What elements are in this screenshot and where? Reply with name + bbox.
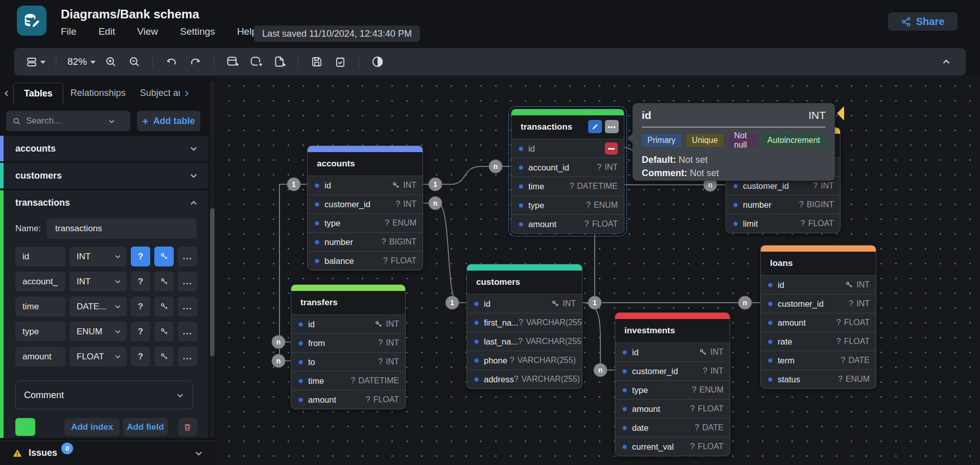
- todo-button[interactable]: [332, 52, 348, 71]
- chevron-up-icon[interactable]: [189, 199, 198, 208]
- table-node-investments[interactable]: investments idINT customer_id?INT type?E…: [615, 312, 730, 456]
- field-more-button[interactable]: ...: [178, 297, 197, 316]
- theme-toggle-button[interactable]: [369, 52, 386, 71]
- table-field-row[interactable]: amount?FLOAT: [291, 390, 405, 409]
- table-field-row[interactable]: customer_id?INT: [615, 361, 730, 380]
- undo-button[interactable]: [164, 52, 180, 71]
- diagram-canvas[interactable]: 1 1 n n 1 n n 1 n n n accounts idINT cus…: [216, 76, 980, 465]
- table-field-row[interactable]: id: [511, 139, 624, 158]
- table-field-row[interactable]: idINT: [308, 176, 423, 194]
- table-field-row[interactable]: phone?VARCHAR(255): [467, 351, 582, 370]
- add-note-button[interactable]: [271, 52, 288, 71]
- table-field-row[interactable]: idINT: [291, 314, 405, 333]
- nullable-toggle[interactable]: ?: [131, 347, 150, 366]
- table-field-row[interactable]: number?BIGINT: [726, 195, 840, 214]
- add-field-button[interactable]: Add field: [123, 418, 167, 436]
- zoom-in-button[interactable]: [103, 52, 119, 71]
- menu-edit[interactable]: Edit: [99, 26, 115, 37]
- table-field-row[interactable]: date?DATE: [615, 418, 730, 437]
- nullable-toggle[interactable]: ?: [131, 297, 150, 316]
- table-field-row[interactable]: from?INT: [291, 333, 405, 352]
- field-name-input[interactable]: type: [15, 322, 65, 341]
- table-node-accounts[interactable]: accounts idINT customer_id?INT type?ENUM…: [307, 145, 423, 271]
- menu-file[interactable]: File: [61, 26, 77, 37]
- table-field-row[interactable]: number?BIGINT: [308, 232, 423, 251]
- primary-key-toggle[interactable]: [154, 297, 174, 316]
- sidebar-item-accounts[interactable]: accounts: [0, 136, 208, 161]
- field-more-button[interactable]: ...: [178, 347, 197, 366]
- add-area-button[interactable]: [248, 52, 264, 71]
- delete-field-button[interactable]: [605, 142, 618, 155]
- table-node-loans[interactable]: loans idINT customer_id?INT amount?FLOAT…: [760, 245, 876, 389]
- edit-table-button[interactable]: [588, 120, 602, 133]
- table-more-button[interactable]: •••: [605, 120, 619, 133]
- zoom-level-button[interactable]: 82%: [66, 52, 96, 71]
- table-node-transactions[interactable]: transactions ••• id account_id?INT time?…: [511, 109, 624, 234]
- table-field-row[interactable]: type?ENUM: [615, 380, 730, 399]
- table-field-row[interactable]: customer_id?INT: [761, 294, 876, 313]
- table-field-row[interactable]: address?VARCHAR(255): [467, 370, 582, 388]
- layout-menu-button[interactable]: [26, 52, 45, 71]
- table-name-input[interactable]: [47, 218, 197, 239]
- table-field-row[interactable]: amount?FLOAT: [761, 313, 876, 332]
- sidebar-scrollbar[interactable]: [210, 81, 215, 438]
- primary-key-toggle[interactable]: [154, 272, 174, 291]
- field-more-button[interactable]: ...: [178, 322, 197, 341]
- primary-key-toggle[interactable]: [154, 247, 174, 266]
- share-button[interactable]: Share: [888, 12, 958, 31]
- table-field-row[interactable]: balance?FLOAT: [308, 251, 423, 270]
- comment-section[interactable]: Comment: [15, 381, 193, 409]
- nullable-toggle[interactable]: ?: [131, 247, 150, 266]
- table-field-row[interactable]: idINT: [467, 294, 582, 313]
- tabs-scroll-left-button[interactable]: [0, 89, 13, 97]
- table-field-row[interactable]: account_id?INT: [511, 158, 624, 177]
- tab-subject-areas[interactable]: Subject ar: [133, 83, 180, 104]
- table-field-row[interactable]: first_na...?VARCHAR(255): [467, 313, 582, 332]
- nullable-toggle[interactable]: ?: [131, 322, 150, 341]
- table-color-swatch[interactable]: [15, 418, 35, 436]
- table-field-row[interactable]: term?DATE: [761, 351, 876, 370]
- redo-button[interactable]: [187, 52, 203, 71]
- table-search[interactable]: [6, 111, 130, 131]
- field-more-button[interactable]: ...: [178, 272, 197, 291]
- table-node-customers[interactable]: customers idINT first_na...?VARCHAR(255)…: [466, 264, 582, 389]
- table-field-row[interactable]: current_val?FLOAT: [615, 437, 730, 456]
- table-field-row[interactable]: amount?FLOAT: [511, 214, 624, 233]
- table-field-row[interactable]: amount?FLOAT: [615, 399, 730, 418]
- primary-key-toggle[interactable]: [154, 322, 174, 341]
- table-field-row[interactable]: limit?FLOAT: [726, 214, 840, 233]
- zoom-out-button[interactable]: [126, 52, 143, 71]
- field-type-select[interactable]: DATE...: [69, 297, 127, 316]
- field-more-button[interactable]: ...: [178, 247, 197, 266]
- field-type-select[interactable]: INT: [69, 272, 127, 291]
- issues-bar[interactable]: Issues 0: [0, 440, 216, 465]
- table-field-row[interactable]: time?DATETIME: [511, 177, 624, 195]
- save-button[interactable]: [309, 52, 325, 71]
- add-table-sidebar-button[interactable]: + Add table: [137, 111, 200, 131]
- field-name-input[interactable]: amount: [15, 347, 65, 366]
- table-field-row[interactable]: to?INT: [291, 352, 405, 371]
- tab-tables[interactable]: Tables: [13, 83, 63, 104]
- table-field-row[interactable]: type?ENUM: [308, 213, 423, 232]
- menu-settings[interactable]: Settings: [180, 26, 215, 37]
- tab-relationships[interactable]: Relationships: [63, 83, 133, 104]
- delete-table-button[interactable]: [178, 418, 197, 436]
- menu-view[interactable]: View: [137, 26, 158, 37]
- field-type-select[interactable]: FLOAT: [69, 347, 127, 366]
- table-field-row[interactable]: idINT: [761, 275, 876, 294]
- primary-key-toggle[interactable]: [154, 347, 174, 366]
- search-input[interactable]: [26, 116, 103, 126]
- table-field-row[interactable]: status?ENUM: [761, 370, 876, 388]
- add-index-button[interactable]: Add index: [64, 418, 120, 436]
- sidebar-item-transactions[interactable]: transactions: [15, 198, 70, 208]
- sidebar-item-customers[interactable]: customers: [0, 163, 208, 188]
- table-field-row[interactable]: last_na...?VARCHAR(255): [467, 332, 582, 351]
- tabs-scroll-right-button[interactable]: [180, 89, 193, 97]
- table-field-row[interactable]: rate?FLOAT: [761, 332, 876, 351]
- field-type-select[interactable]: INT: [69, 247, 127, 266]
- field-type-select[interactable]: ENUM: [69, 322, 127, 341]
- table-field-row[interactable]: time?DATETIME: [291, 371, 405, 390]
- table-node-transfers[interactable]: transfers idINT from?INT to?INT time?DAT…: [291, 284, 406, 409]
- field-name-input[interactable]: id: [15, 247, 65, 266]
- add-table-button[interactable]: [224, 52, 241, 71]
